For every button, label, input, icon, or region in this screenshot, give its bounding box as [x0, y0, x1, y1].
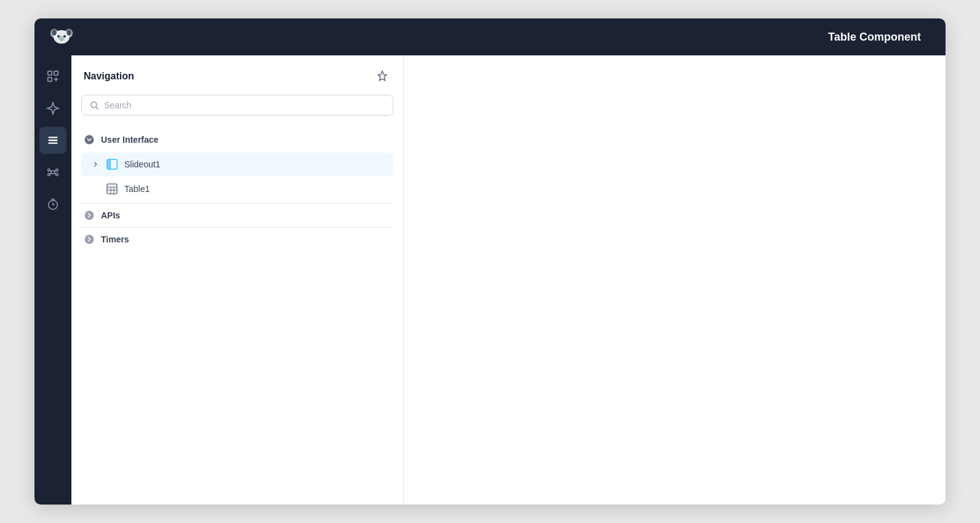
- section-header-user-interface[interactable]: User Interface: [81, 128, 393, 151]
- section-timers: Timers: [81, 228, 393, 251]
- expand-arrow-slideout1: [91, 160, 100, 169]
- svg-point-42: [85, 235, 94, 244]
- search-input[interactable]: [104, 100, 385, 110]
- section-title-apis: APIs: [101, 210, 120, 220]
- svg-rect-10: [54, 71, 58, 75]
- content-area: [404, 55, 946, 505]
- sidebar-btn-add-component[interactable]: [39, 63, 66, 90]
- table-icon: [106, 183, 118, 195]
- svg-line-31: [96, 107, 98, 110]
- section-title-timers: Timers: [101, 234, 129, 244]
- nav-title: Navigation: [84, 71, 134, 82]
- section-title-user-interface: User Interface: [101, 135, 158, 145]
- svg-point-6: [57, 35, 60, 38]
- sidebar-btn-navigation[interactable]: [39, 127, 66, 154]
- svg-point-32: [85, 135, 94, 145]
- logo-area: [49, 25, 74, 49]
- section-header-timers[interactable]: Timers: [81, 228, 393, 251]
- search-bar[interactable]: [81, 95, 393, 116]
- svg-point-19: [56, 169, 58, 172]
- search-icon: [89, 100, 99, 110]
- icon-sidebar: [34, 55, 71, 505]
- nav-items-user-interface: Slideout1: [81, 151, 393, 203]
- nav-header: Navigation: [81, 68, 393, 85]
- koala-logo-icon: [49, 25, 74, 49]
- svg-point-21: [56, 174, 58, 176]
- nav-panel: Navigation: [71, 55, 404, 505]
- svg-rect-9: [48, 71, 52, 75]
- slideout-icon: [106, 158, 118, 170]
- app-window: Table Component: [34, 18, 946, 505]
- nav-item-slideout1[interactable]: Slideout1: [81, 153, 393, 176]
- nav-item-label-slideout1: Slideout1: [124, 159, 160, 169]
- nav-item-label-table1: Table1: [124, 184, 150, 194]
- sidebar-btn-data[interactable]: [39, 159, 66, 186]
- svg-point-18: [48, 169, 50, 172]
- top-bar: Table Component: [34, 18, 946, 55]
- chevron-down-icon: [84, 134, 95, 145]
- svg-point-41: [85, 211, 94, 220]
- chevron-right-icon-apis: [84, 210, 95, 221]
- svg-point-3: [52, 30, 57, 36]
- section-header-apis[interactable]: APIs: [81, 204, 393, 227]
- nav-item-table1[interactable]: Table1: [81, 177, 393, 201]
- section-user-interface: User Interface: [81, 128, 393, 203]
- sidebar-btn-timers[interactable]: [39, 191, 66, 218]
- svg-point-8: [60, 39, 63, 41]
- svg-rect-11: [48, 78, 52, 81]
- chevron-right-icon-timers: [84, 234, 95, 245]
- sidebar-btn-ai-tools[interactable]: [39, 95, 66, 122]
- svg-rect-36: [107, 184, 117, 194]
- main-layout: Navigation: [34, 55, 946, 505]
- svg-point-30: [91, 102, 97, 108]
- pin-button[interactable]: [374, 68, 391, 85]
- svg-point-4: [66, 30, 71, 36]
- svg-point-20: [48, 174, 50, 176]
- svg-point-7: [63, 35, 66, 38]
- topbar-title: Table Component: [828, 31, 921, 44]
- section-apis: APIs: [81, 204, 393, 227]
